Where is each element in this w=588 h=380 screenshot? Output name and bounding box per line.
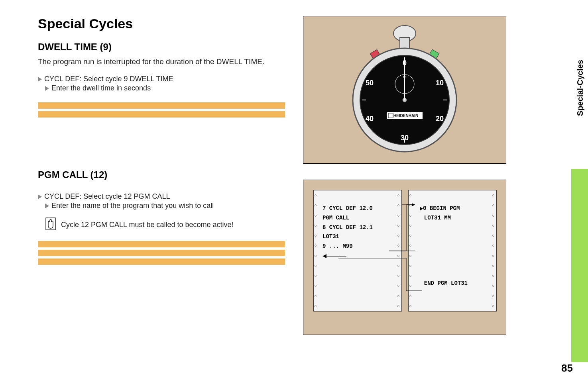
bullet-icon [38,77,42,82]
page-title: Special Cycles [38,16,285,31]
code-placeholder-bar [38,241,285,247]
svg-marker-2 [38,194,42,199]
code-placeholder-bar [38,102,285,109]
svg-marker-0 [38,77,42,82]
svg-text:20: 20 [436,115,444,123]
section2-bullet-2: Enter the name of the program that you w… [51,202,214,210]
section1-bullet-2: Enter the dwell time in seconds [51,84,151,92]
svg-marker-3 [45,204,49,208]
bullet-icon [45,204,49,208]
figure-stopwatch: 0 10 20 30 40 50 10 HEIDENHAIN [303,16,506,164]
section1-intro: The program run is interrupted for the d… [38,57,285,66]
bullet-icon [45,86,49,91]
attention-hand-icon [45,217,56,232]
section2-note: Cycle 12 PGM CALL must be called to beco… [61,221,234,229]
figure-program-sheets: 7 CYCL DEF 12.0 PGM CALL 8 CYCL DEF 12.1… [303,180,506,335]
svg-marker-1 [45,86,49,91]
svg-text:10: 10 [436,79,444,87]
svg-text:HEIDENHAIN: HEIDENHAIN [393,114,418,118]
code-placeholder-bar [38,259,285,265]
svg-text:40: 40 [366,115,374,123]
flow-arrows [303,180,507,335]
page-number: 85 [561,362,573,374]
bullet-icon [38,194,42,199]
chapter-tab-accent [571,169,588,362]
section1-bullet-1: CYCL DEF: Select cycle 9 DWELL TIME [44,75,173,83]
svg-text:50: 50 [366,79,374,87]
code-placeholder-bar [38,250,285,256]
code-placeholder-bar [38,111,285,118]
svg-rect-6 [400,37,409,49]
section2-title: PGM CALL (12) [38,169,285,180]
svg-text:30: 30 [401,134,409,142]
stopwatch-icon: 0 10 20 30 40 50 10 HEIDENHAIN [347,22,462,158]
section2-bullet-1: CYCL DEF: Select cycle 12 PGM CALL [44,192,170,201]
section1-title: DWELL TIME (9) [38,41,285,53]
chapter-tab-label: Special-Cycles [576,60,585,116]
